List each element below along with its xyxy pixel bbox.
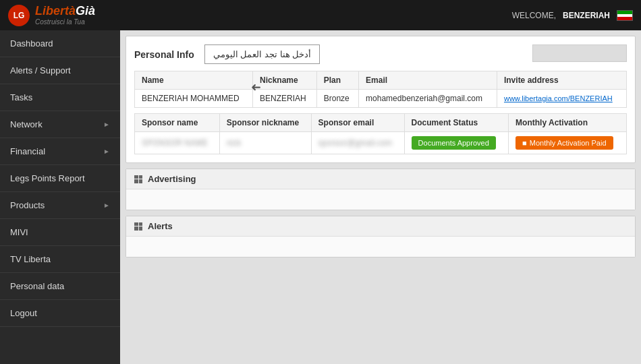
sidebar-item-label: Dashboard — [10, 38, 53, 49]
alerts-body — [126, 237, 635, 257]
personal-info-section: Personal Info أدخل هنا تجد ا‌لعمل اليومي… — [126, 36, 636, 163]
username-label: BENZERIAH — [563, 11, 610, 20]
sponsor-info-table: Sponsor name Sponsor nickname Sponsor em… — [134, 113, 627, 154]
arrow-indicator: ➜ — [251, 80, 261, 95]
col-email: Email — [359, 71, 497, 90]
sidebar-item-alerts-support[interactable]: Alerts / Support — [0, 57, 120, 84]
alerts-section: Alerts — [126, 216, 636, 257]
search-bar[interactable] — [532, 44, 627, 62]
documents-approved-button[interactable]: Documents Approved — [412, 136, 496, 150]
advertising-section: Advertising — [126, 169, 636, 210]
sidebar-item-legs-points-report[interactable]: Legs Points Report — [0, 165, 120, 192]
advertising-body — [126, 189, 635, 210]
advertising-title: Advertising — [148, 174, 196, 184]
cell-nickname: BENZERIAH — [253, 90, 317, 108]
col-sponsor-email: Sponsor email — [311, 114, 404, 132]
grid-icon — [134, 222, 142, 231]
table-row: BENZERIAH MOHAMMED BENZERIAH Bronze moha… — [135, 90, 627, 108]
monthly-activation-button[interactable]: ■ Monthly Activation Paid — [515, 136, 613, 150]
advertising-header: Advertising — [126, 169, 635, 189]
alerts-header: Alerts — [126, 216, 635, 237]
welcome-label: WELCOME, — [512, 11, 556, 20]
sidebar-item-label: Alerts / Support — [10, 65, 71, 75]
sidebar-item-label: Financial — [10, 146, 45, 156]
chevron-right-icon: ► — [103, 121, 110, 128]
cell-name: BENZERIAH MOHAMMED — [135, 90, 253, 108]
cell-monthly-activation: ■ Monthly Activation Paid — [509, 132, 627, 154]
logo-area: LG LibertàGià Costruisci la Tua — [8, 5, 95, 26]
cell-sponsor-email: sponsor@gmail.com — [311, 132, 404, 154]
col-monthly-activation: Monthly Activation — [509, 114, 627, 132]
cell-email: mohamedbenzeriah@gmail.com — [359, 90, 497, 108]
col-sponsor-name: Sponsor name — [135, 114, 220, 132]
sidebar-item-network[interactable]: Network ► — [0, 111, 120, 138]
col-doc-status: Document Status — [404, 114, 509, 132]
cell-sponsor-nickname: nick — [219, 132, 311, 154]
cell-doc-status: Documents Approved — [404, 132, 509, 154]
monthly-icon: ■ — [522, 139, 527, 147]
sidebar-item-label: Personal data — [10, 281, 64, 291]
chevron-right-icon: ► — [103, 148, 110, 155]
sidebar-item-label: Network — [10, 119, 43, 129]
sidebar-item-label: TV Liberta — [10, 254, 51, 264]
sidebar: Dashboard Alerts / Support Tasks Network… — [0, 30, 120, 364]
cell-invite[interactable]: www.libertagia.com/BENZERIAH — [497, 90, 626, 108]
col-sponsor-nickname: Sponsor nickname — [219, 114, 311, 132]
table-row: SPONSOR NAME nick sponsor@gmail.com Docu… — [135, 132, 627, 154]
header: LG LibertàGià Costruisci la Tua WELCOME,… — [0, 0, 641, 30]
sidebar-item-mivi[interactable]: MIVI — [0, 219, 120, 246]
sidebar-item-label: Legs Points Report — [10, 173, 85, 183]
alerts-title: Alerts — [148, 221, 173, 231]
arabic-text-box: أدخل هنا تجد ا‌لعمل اليومي — [204, 44, 320, 64]
sidebar-item-tasks[interactable]: Tasks — [0, 84, 120, 111]
logo-icon: LG — [8, 5, 30, 26]
col-plan: Plan — [316, 71, 358, 90]
sidebar-item-personal-data[interactable]: Personal data — [0, 273, 120, 300]
grid-icon — [134, 175, 142, 183]
sidebar-item-financial[interactable]: Financial ► — [0, 138, 120, 165]
sidebar-item-label: Logout — [10, 308, 37, 318]
flag-icon — [617, 10, 633, 21]
logo-text: LibertàGià — [35, 5, 95, 18]
main-content: Personal Info أدخل هنا تجد ا‌لعمل اليومي… — [120, 30, 641, 364]
cell-plan: Bronze — [316, 90, 358, 108]
layout: Dashboard Alerts / Support Tasks Network… — [0, 30, 641, 364]
sidebar-item-label: MIVI — [10, 227, 28, 237]
sidebar-item-dashboard[interactable]: Dashboard — [0, 30, 120, 57]
chevron-right-icon: ► — [103, 202, 110, 209]
personal-info-top: Personal Info أدخل هنا تجد ا‌لعمل اليومي… — [126, 36, 635, 162]
col-invite: Invite address — [497, 71, 626, 90]
header-right: WELCOME, BENZERIAH — [512, 10, 633, 21]
sidebar-item-label: Products — [10, 200, 45, 210]
col-name: Name — [135, 71, 253, 90]
sidebar-item-tv-liberta[interactable]: TV Liberta — [0, 246, 120, 273]
user-info-table: Name Nickname Plan Email Invite address … — [134, 71, 627, 108]
personal-info-title: Personal Info — [134, 49, 194, 60]
sidebar-item-logout[interactable]: Logout — [0, 300, 120, 327]
sidebar-item-products[interactable]: Products ► — [0, 192, 120, 219]
col-nickname: Nickname — [253, 71, 317, 90]
logo-sub: Costruisci la Tua — [35, 18, 95, 26]
sidebar-item-label: Tasks — [10, 92, 32, 102]
cell-sponsor-name: SPONSOR NAME — [135, 132, 220, 154]
